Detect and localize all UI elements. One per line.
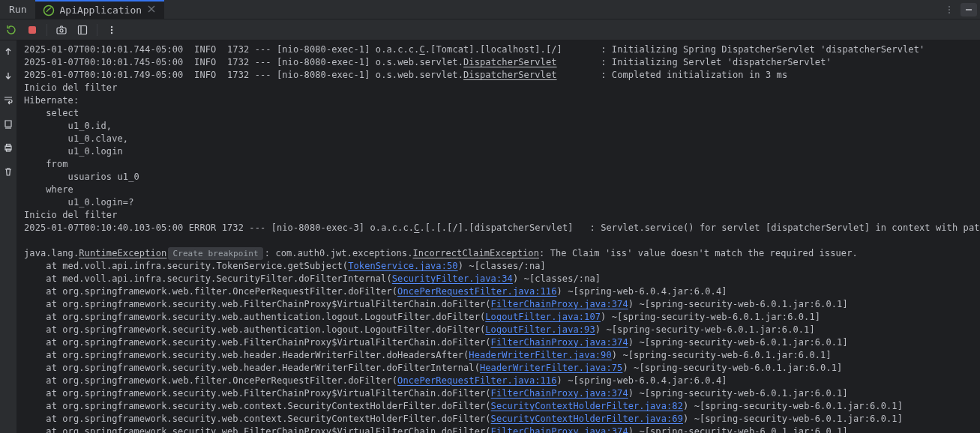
svg-rect-8 [79, 25, 87, 34]
svg-point-0 [44, 5, 54, 15]
text: u1_0.login [24, 146, 123, 157]
hide-panel-icon[interactable] [961, 3, 977, 16]
blank [24, 234, 973, 247]
frame-text: at org.springframework.security.web.Filt… [46, 426, 490, 433]
frame-suffix: ) ~[spring-security-web-6.0.1.jar:6.0.1] [622, 363, 842, 373]
level: INFO [194, 70, 222, 80]
frame-suffix: ) ~[classes/:na] [513, 273, 601, 284]
frame-text: at org.springframework.web.filter.OncePe… [46, 286, 397, 297]
exception-cause: IncorrectClaimException [413, 248, 539, 258]
create-breakpoint-hint[interactable]: Create breakpoint [168, 247, 262, 260]
layout-icon[interactable] [76, 23, 89, 37]
source-link[interactable]: FilterChainProxy.java:374 [491, 299, 628, 309]
source-link[interactable]: OncePerRequestFilter.java:116 [397, 286, 556, 297]
frame-text: at org.springframework.security.web.Filt… [46, 299, 490, 309]
exception-line: java.lang.RuntimeExceptionCreate breakpo… [24, 247, 973, 260]
log-line: Inicio del filter [24, 82, 973, 94]
stop-icon[interactable] [25, 23, 39, 37]
run-tabbar: Run ApiApplication [0, 0, 980, 19]
frame-text: at org.springframework.security.web.cont… [46, 401, 490, 411]
stack-frame: at org.springframework.security.web.Filt… [24, 336, 973, 349]
frame-text: at org.springframework.security.web.head… [46, 350, 469, 360]
stack-frame: at org.springframework.security.web.Filt… [24, 426, 973, 433]
console-output[interactable]: 2025-01-07T00:10:01.744-05:00 INFO 1732 … [16, 40, 980, 433]
source-link[interactable]: OncePerRequestFilter.java:116 [397, 375, 556, 386]
svg-rect-5 [28, 26, 36, 34]
source-link[interactable]: LogoutFilter.java:93 [485, 324, 595, 335]
logger: o.s.web.servlet.DispatcherServlet [376, 70, 601, 80]
trash-icon[interactable] [1, 165, 15, 178]
camera-icon[interactable] [55, 23, 68, 37]
frame-text: at org.springframework.security.web.head… [46, 363, 480, 373]
frame-suffix: ) ~[spring-security-web-6.0.1.jar:6.0.1] [628, 426, 848, 433]
stack-frame: at med.voll.api.infra.security.SecurityF… [24, 273, 973, 285]
log-line: u1_0.login [24, 145, 973, 158]
stack-frame: at org.springframework.security.web.Filt… [24, 298, 973, 311]
frame-suffix: ) ~[spring-web-6.0.4.jar:6.0.4] [557, 286, 727, 297]
source-link[interactable]: SecurityContextHolderFilter.java:69 [491, 414, 683, 424]
source-link[interactable]: TokenService.java:50 [348, 261, 458, 271]
frame-suffix: ) ~[spring-security-web-6.0.1.jar:6.0.1] [683, 414, 903, 424]
pid: 1732 [227, 44, 249, 55]
stack-frame: at org.springframework.security.web.auth… [24, 311, 973, 324]
frame-text: at med.voll.api.infra.security.SecurityF… [46, 273, 391, 284]
close-icon[interactable] [146, 4, 157, 16]
log-line: 2025-01-07T00:10:01.744-05:00 INFO 1732 … [24, 43, 973, 56]
svg-rect-14 [7, 145, 10, 147]
text: usuarios u1_0 [24, 172, 139, 182]
source-link[interactable]: HeaderWriterFilter.java:75 [480, 363, 622, 373]
timestamp: 2025-01-07T00:10:40.103-05:00 [24, 222, 183, 233]
options-icon[interactable] [941, 3, 958, 16]
frame-text: at org.springframework.security.web.Filt… [46, 388, 490, 399]
stack-frame: at med.voll.api.infra.security.TokenServ… [24, 260, 973, 273]
print-icon[interactable] [1, 141, 15, 154]
text: Hibernate: [24, 95, 79, 106]
message: : Completed initialization in 3 ms [601, 70, 787, 80]
svg-rect-4 [966, 9, 972, 10]
source-link[interactable]: FilterChainProxy.java:374 [491, 337, 628, 348]
log-line: where [24, 184, 973, 196]
frame-suffix: ) ~[spring-security-web-6.0.1.jar:6.0.1] [628, 299, 848, 309]
pid: 1732 [227, 57, 249, 67]
source-link[interactable]: HeaderWriterFilter.java:90 [469, 350, 611, 360]
log-line: Hibernate: [24, 94, 973, 107]
message: : Initializing Spring DispatcherServlet … [601, 44, 925, 55]
source-link[interactable]: FilterChainProxy.java:374 [491, 426, 628, 433]
wrap-icon[interactable] [1, 93, 15, 106]
up-arrow-icon[interactable] [1, 45, 15, 58]
frame-text: at org.springframework.web.filter.OncePe… [46, 375, 397, 386]
source-link[interactable]: SecurityContextHolderFilter.java:82 [491, 401, 683, 411]
source-link[interactable]: FilterChainProxy.java:374 [491, 388, 628, 399]
pid: 1732 [227, 70, 249, 80]
thread: [nio-8080-exec-1] [277, 70, 370, 80]
more-icon[interactable] [105, 23, 118, 37]
text: : The Claim 'iss' value doesn't match th… [539, 248, 858, 258]
frame-text: at org.springframework.security.web.auth… [46, 324, 485, 335]
source-link[interactable]: LogoutFilter.java:107 [485, 312, 601, 322]
run-config-tab[interactable]: ApiApplication [35, 0, 164, 19]
console-gutter [0, 40, 16, 433]
panel-label: Run [0, 4, 35, 15]
text: Inicio del filter [24, 82, 118, 93]
svg-point-3 [949, 12, 950, 13]
frame-text: at med.voll.api.infra.security.TokenServ… [46, 261, 348, 271]
log-line: u1_0.login=? [24, 196, 973, 209]
pid: 1732 [222, 222, 244, 233]
message: : Initializing Servlet 'dispatcherServle… [601, 57, 832, 67]
svg-point-2 [949, 9, 950, 10]
stack-frame: at org.springframework.web.filter.OncePe… [24, 285, 973, 298]
svg-point-12 [111, 31, 112, 33]
source-link[interactable]: SecurityFilter.java:34 [392, 273, 513, 284]
log-line: u1_0.clave, [24, 133, 973, 145]
frame-suffix: ) ~[spring-security-web-6.0.1.jar:6.0.1] [612, 350, 832, 360]
stack-frame: at org.springframework.security.web.Filt… [24, 387, 973, 400]
text: select [24, 108, 79, 118]
down-arrow-icon[interactable] [1, 69, 15, 82]
message: : Servlet.service() for servlet [dispatc… [590, 222, 980, 233]
text: where [24, 184, 73, 195]
log-line-error: 2025-01-07T00:10:40.103-05:00 ERROR 1732… [24, 222, 973, 234]
thread: [nio-8080-exec-3] [271, 222, 365, 233]
logger: o.a.c.c.C.[.[.[/].[dispatcherServlet] [370, 222, 590, 233]
scroll-end-icon[interactable] [1, 117, 15, 130]
rerun-icon[interactable] [4, 23, 18, 37]
